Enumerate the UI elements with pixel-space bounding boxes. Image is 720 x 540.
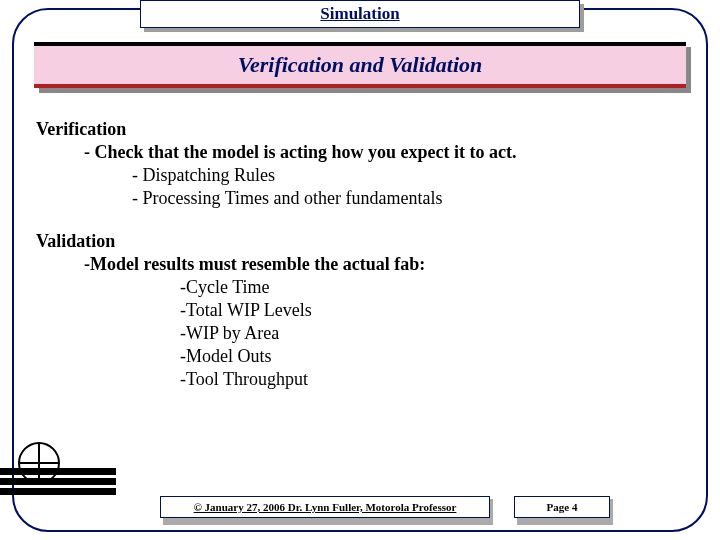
validation-item: -Tool Throughput <box>36 368 684 391</box>
header-title: Simulation <box>320 4 399 24</box>
header-box: Simulation <box>140 0 580 28</box>
spacer <box>36 210 684 230</box>
body-text: Verification - Check that the model is a… <box>36 118 684 391</box>
footer-page: Page 4 <box>514 496 610 518</box>
verification-desc: - Check that the model is acting how you… <box>36 141 684 164</box>
logo-icon <box>0 452 116 518</box>
validation-item: -Model Outs <box>36 345 684 368</box>
footer: © January 27, 2006 Dr. Lynn Fuller, Moto… <box>160 496 680 522</box>
footer-page-box: Page 4 <box>514 496 610 522</box>
title-bar: Verification and Validation <box>34 42 686 88</box>
title-box: Verification and Validation <box>34 42 686 88</box>
validation-item: -Total WIP Levels <box>36 299 684 322</box>
footer-copyright: © January 27, 2006 Dr. Lynn Fuller, Moto… <box>160 496 490 518</box>
validation-desc: -Model results must resemble the actual … <box>36 253 684 276</box>
slide: Simulation Verification and Validation V… <box>0 0 720 540</box>
validation-heading: Validation <box>36 230 684 253</box>
validation-item: -WIP by Area <box>36 322 684 345</box>
verification-item: - Dispatching Rules <box>36 164 684 187</box>
validation-item: -Cycle Time <box>36 276 684 299</box>
header-box-inner: Simulation <box>140 0 580 28</box>
title-text: Verification and Validation <box>238 52 483 78</box>
verification-item: - Processing Times and other fundamental… <box>36 187 684 210</box>
footer-copyright-box: © January 27, 2006 Dr. Lynn Fuller, Moto… <box>160 496 490 522</box>
verification-heading: Verification <box>36 118 684 141</box>
